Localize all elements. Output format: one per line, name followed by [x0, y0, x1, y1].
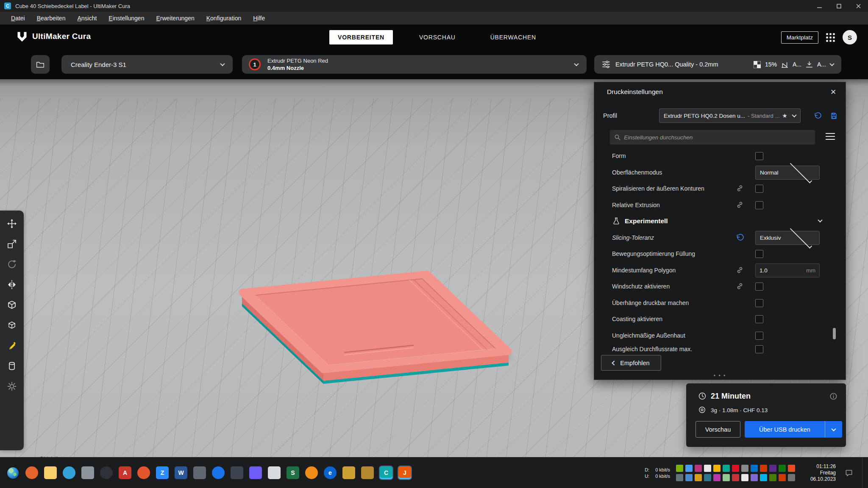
marketplace-button[interactable]: Marktplatz: [781, 31, 818, 44]
tray-icon[interactable]: [723, 474, 730, 481]
taskbar-app-icon[interactable]: [63, 466, 75, 479]
taskbar-app-icon[interactable]: [268, 466, 281, 479]
print-settings-summary-button[interactable]: Extrudr PETG HQ0... Quality - 0.2mm 15% …: [594, 55, 841, 74]
maximize-button[interactable]: [829, 0, 849, 12]
cylinder-tool[interactable]: [5, 359, 19, 373]
tray-icon[interactable]: [704, 474, 711, 481]
tray-icon[interactable]: [769, 474, 776, 481]
menu-item[interactable]: Datei: [5, 12, 31, 25]
taskbar-app-icon[interactable]: [137, 466, 150, 479]
number-input[interactable]: [760, 267, 802, 274]
tray-icon[interactable]: [676, 474, 683, 481]
tray-icon[interactable]: [732, 465, 739, 472]
tray-icon[interactable]: [769, 465, 776, 472]
checkbox[interactable]: [755, 283, 763, 291]
checkbox[interactable]: [755, 299, 763, 307]
settings-search[interactable]: [609, 130, 815, 145]
preview-button[interactable]: Vorschau: [696, 421, 740, 438]
checkbox[interactable]: [755, 345, 763, 353]
recommended-mode-button[interactable]: Empfohlen: [601, 355, 661, 371]
checkbox[interactable]: [755, 152, 763, 160]
taskbar-app-icon[interactable]: S: [287, 466, 299, 479]
taskbar-app-icon[interactable]: [249, 466, 262, 479]
taskbar-app-icon[interactable]: [25, 466, 38, 479]
material-selector[interactable]: 1 Extrudr PETG Neon Red 0.4mm Nozzle: [242, 55, 587, 74]
taskbar-app-icon[interactable]: [44, 466, 57, 479]
start-button[interactable]: [3, 458, 22, 488]
tray-icon[interactable]: [685, 474, 693, 481]
search-input[interactable]: [624, 134, 811, 141]
support-blocker-tool[interactable]: [5, 318, 19, 333]
profile-dropdown[interactable]: Extrudr PETG HQ0.2 Dosen u... - Standard…: [659, 108, 801, 123]
scrollbar-thumb[interactable]: [833, 328, 836, 339]
taskbar-app-icon[interactable]: [100, 466, 113, 479]
stage-tab[interactable]: ÜBERWACHEN: [482, 30, 545, 44]
menu-item[interactable]: Bearbeiten: [31, 12, 72, 25]
stage-tab[interactable]: VORSCHAU: [411, 30, 464, 44]
tray-icon[interactable]: [695, 465, 702, 472]
menu-item[interactable]: Hilfe: [247, 12, 271, 25]
tray-icon[interactable]: [751, 465, 758, 472]
scale-tool[interactable]: [5, 237, 19, 251]
settings-section-header[interactable]: Experimentell: [594, 214, 846, 230]
tray-icon[interactable]: [779, 465, 786, 472]
info-icon[interactable]: [829, 392, 837, 400]
checkbox[interactable]: [755, 201, 763, 209]
menu-item[interactable]: Erweiterungen: [150, 12, 200, 25]
profile-reset-button[interactable]: [812, 110, 823, 121]
number-field[interactable]: mm: [755, 263, 820, 277]
profile-save-button[interactable]: [828, 110, 839, 121]
taskbar-app-icon[interactable]: e: [324, 466, 337, 479]
settings-menu-icon[interactable]: [826, 133, 835, 140]
account-avatar[interactable]: S: [843, 30, 857, 44]
reset-value-icon[interactable]: [736, 233, 744, 241]
tray-icon[interactable]: [713, 465, 721, 472]
taskbar-app-icon[interactable]: A: [119, 466, 131, 479]
gear-plugin-tool[interactable]: [5, 379, 19, 394]
printer-selector[interactable]: Creality Ender-3 S1: [61, 55, 233, 74]
taskbar-clock[interactable]: 01:11:26 Freitag 06.10.2023: [801, 463, 836, 482]
menu-item[interactable]: Einstellungen: [103, 12, 150, 25]
checkbox[interactable]: [755, 332, 763, 340]
show-desktop-button[interactable]: [862, 458, 865, 488]
tray-icon[interactable]: [751, 474, 758, 481]
tray-icon[interactable]: [723, 465, 730, 472]
tray-icon[interactable]: [704, 465, 711, 472]
tray-icon[interactable]: [741, 465, 748, 472]
apps-grid-icon[interactable]: [826, 33, 835, 42]
taskbar-app-icon[interactable]: C: [380, 466, 392, 479]
dropdown[interactable]: Normal: [755, 166, 820, 180]
model-cube40-lid[interactable]: [229, 261, 526, 401]
checkbox[interactable]: [755, 185, 763, 193]
stage-tab[interactable]: VORBEREITEN: [329, 30, 393, 44]
move-tool[interactable]: [5, 216, 19, 231]
notification-center-button[interactable]: [842, 458, 856, 488]
dropdown[interactable]: Exklusiv: [755, 231, 820, 245]
taskbar-app-icon[interactable]: Z: [156, 466, 169, 479]
taskbar-app-icon[interactable]: [231, 466, 243, 479]
tray-icon[interactable]: [713, 474, 721, 481]
taskbar-app-icon[interactable]: [305, 466, 318, 479]
menu-item[interactable]: Konfiguration: [200, 12, 248, 25]
taskbar-app-icon[interactable]: [81, 466, 94, 479]
open-file-button[interactable]: [31, 55, 50, 74]
close-button[interactable]: [849, 0, 868, 12]
tray-icon[interactable]: [676, 465, 683, 472]
tray-icon[interactable]: [779, 474, 786, 481]
taskbar-app-icon[interactable]: [212, 466, 225, 479]
taskbar-app-icon[interactable]: [342, 466, 355, 479]
taskbar-app-icon[interactable]: [193, 466, 206, 479]
tray-icon[interactable]: [741, 474, 748, 481]
rotate-tool[interactable]: [5, 257, 19, 272]
panel-resize-handle[interactable]: • • •: [594, 373, 846, 379]
checkbox[interactable]: [755, 250, 763, 258]
minimize-button[interactable]: [810, 0, 829, 12]
panel-close-button[interactable]: ✕: [828, 86, 839, 97]
mirror-tool[interactable]: [5, 277, 19, 292]
checkbox[interactable]: [755, 315, 763, 323]
tray-icon[interactable]: [695, 474, 702, 481]
per-model-settings-tool[interactable]: [5, 298, 19, 312]
print-options-dropdown[interactable]: [825, 428, 842, 431]
tray-icon[interactable]: [732, 474, 739, 481]
menu-item[interactable]: Ansicht: [71, 12, 103, 25]
